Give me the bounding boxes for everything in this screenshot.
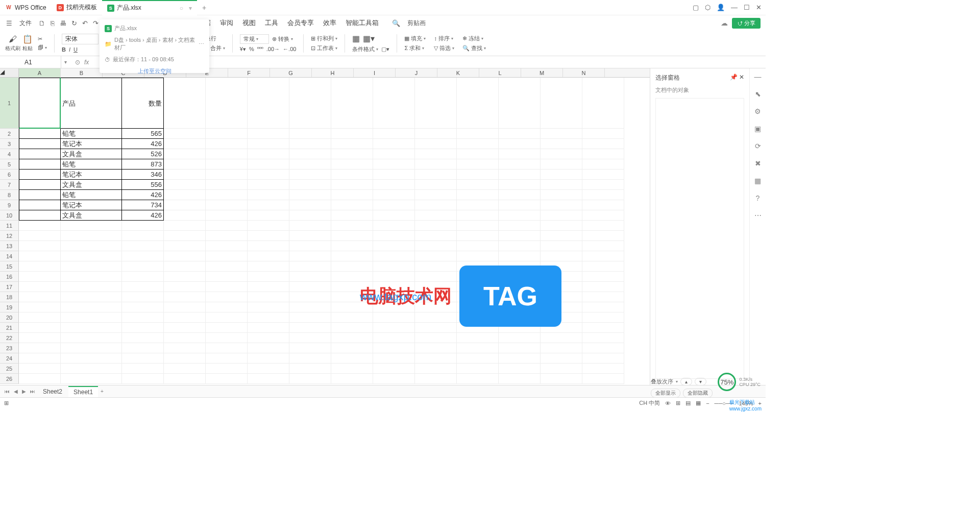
row-header-1[interactable]: 1	[0, 78, 19, 129]
tab-menu-icon[interactable]: ○	[180, 5, 183, 12]
cell-F20[interactable]	[248, 312, 289, 323]
cell-G3[interactable]	[289, 139, 331, 149]
cell-D22[interactable]	[164, 333, 206, 343]
find-button[interactable]: 🔍 查找▾	[462, 44, 486, 52]
cell-E1[interactable]	[206, 78, 248, 129]
cell-B10[interactable]: 文具盒	[61, 210, 122, 221]
cell-B1[interactable]: 产品	[61, 78, 122, 129]
cut-button[interactable]: ✂	[38, 36, 47, 42]
cell-C20[interactable]	[122, 312, 164, 323]
cell-E22[interactable]	[206, 333, 248, 343]
sheet-tab-sheet1[interactable]: Sheet1	[68, 386, 98, 397]
cell-G12[interactable]	[289, 231, 331, 241]
freeze-button[interactable]: ❄ 冻结▾	[462, 35, 486, 42]
cell-B12[interactable]	[61, 231, 122, 241]
row-header-20[interactable]: 20	[0, 312, 19, 323]
cell-A13[interactable]	[19, 241, 61, 251]
cell-K24[interactable]	[457, 353, 499, 364]
cell-E7[interactable]	[206, 180, 248, 190]
cell-B5[interactable]: 铅笔	[61, 159, 122, 170]
cell-M3[interactable]	[541, 139, 582, 149]
row-header-12[interactable]: 12	[0, 231, 19, 241]
cell-C11[interactable]	[122, 221, 164, 231]
cell-M13[interactable]	[541, 241, 582, 251]
cell-N11[interactable]	[582, 221, 624, 231]
cell-E18[interactable]	[206, 292, 248, 302]
font-select[interactable]: 宋体	[62, 34, 99, 44]
cell-G14[interactable]	[289, 251, 331, 261]
tab-review[interactable]: 审阅	[220, 18, 233, 28]
cell-C24[interactable]	[122, 353, 164, 364]
italic-button[interactable]: I	[69, 46, 70, 53]
cell-F4[interactable]	[248, 149, 289, 159]
row-header-8[interactable]: 8	[0, 190, 19, 200]
tab-file[interactable]: S 产品.xlsx ○ ▾	[102, 0, 197, 15]
cell-M2[interactable]	[541, 129, 582, 139]
row-header-17[interactable]: 17	[0, 282, 19, 292]
cell-E16[interactable]	[206, 272, 248, 282]
cell-G11[interactable]	[289, 221, 331, 231]
cell-L24[interactable]	[499, 353, 541, 364]
minimize-button[interactable]: —	[731, 4, 738, 11]
cell-A6[interactable]	[19, 170, 61, 180]
cell-K4[interactable]	[457, 149, 499, 159]
cell-J5[interactable]	[415, 159, 457, 170]
cell-D16[interactable]	[164, 272, 206, 282]
cell-H2[interactable]	[331, 129, 373, 139]
collapse-icon[interactable]: —	[754, 73, 762, 81]
tab-add-button[interactable]: +	[197, 4, 211, 12]
cell-K11[interactable]	[457, 221, 499, 231]
cell-C22[interactable]	[122, 333, 164, 343]
cell-E20[interactable]	[206, 312, 248, 323]
cell-A18[interactable]	[19, 292, 61, 302]
cell-F22[interactable]	[248, 333, 289, 343]
cell-L8[interactable]	[499, 190, 541, 200]
cell-M23[interactable]	[541, 343, 582, 353]
cell-A5[interactable]	[19, 159, 61, 170]
sheet-nav-prev[interactable]: ◀	[12, 389, 19, 394]
cell-E2[interactable]	[206, 129, 248, 139]
cell-D20[interactable]	[164, 312, 206, 323]
cell-G2[interactable]	[289, 129, 331, 139]
cell-B16[interactable]	[61, 272, 122, 282]
cell-G7[interactable]	[289, 180, 331, 190]
cell-E19[interactable]	[206, 302, 248, 312]
cell-L10[interactable]	[499, 210, 541, 221]
show-all-button[interactable]: 全部显示	[651, 389, 680, 398]
row-header-10[interactable]: 10	[0, 210, 19, 221]
thousands-icon[interactable]: ººº	[257, 46, 263, 52]
cell-A11[interactable]	[19, 221, 61, 231]
cell-B15[interactable]	[61, 261, 122, 272]
cell-C2[interactable]: 565	[122, 129, 164, 139]
cell-C26[interactable]	[122, 374, 164, 384]
cell-F14[interactable]	[248, 251, 289, 261]
cell-A1[interactable]	[19, 78, 61, 129]
cell-C12[interactable]	[122, 231, 164, 241]
cell-A25[interactable]	[19, 364, 61, 374]
cell-K9[interactable]	[457, 200, 499, 210]
cell-L9[interactable]	[499, 200, 541, 210]
cell-H1[interactable]	[331, 78, 373, 129]
row-header-25[interactable]: 25	[0, 364, 19, 374]
cell-M5[interactable]	[541, 159, 582, 170]
cell-L12[interactable]	[499, 231, 541, 241]
cell-M6[interactable]	[541, 170, 582, 180]
cell-J13[interactable]	[415, 241, 457, 251]
row-header-6[interactable]: 6	[0, 170, 19, 180]
cell-M24[interactable]	[541, 353, 582, 364]
cell-C5[interactable]: 873	[122, 159, 164, 170]
cell-B22[interactable]	[61, 333, 122, 343]
cell-C4[interactable]: 526	[122, 149, 164, 159]
cell-J14[interactable]	[415, 251, 457, 261]
cell-N3[interactable]	[582, 139, 624, 149]
cell-J11[interactable]	[415, 221, 457, 231]
cell-E25[interactable]	[206, 364, 248, 374]
cell-D26[interactable]	[164, 374, 206, 384]
cell-L22[interactable]	[499, 333, 541, 343]
cell-E3[interactable]	[206, 139, 248, 149]
cell-C25[interactable]	[122, 364, 164, 374]
cell-A4[interactable]	[19, 149, 61, 159]
cell-C19[interactable]	[122, 302, 164, 312]
cell-K7[interactable]	[457, 180, 499, 190]
cell-M8[interactable]	[541, 190, 582, 200]
